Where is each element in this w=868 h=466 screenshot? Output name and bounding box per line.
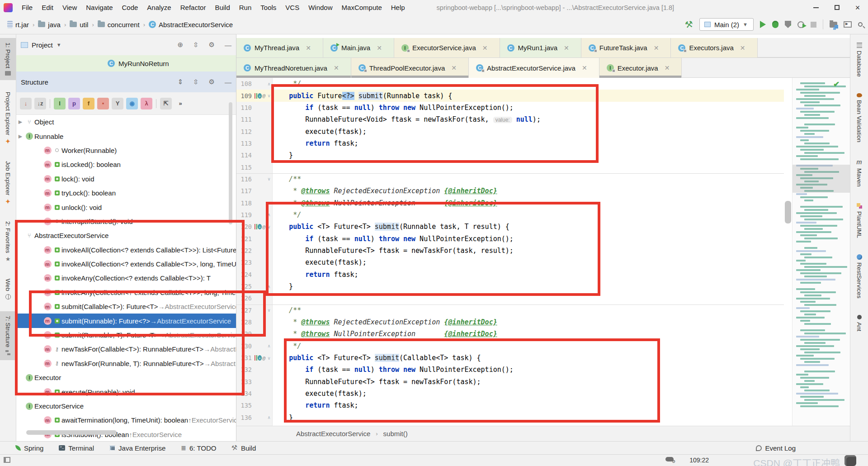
crumb-util[interactable]: util	[69, 20, 89, 29]
tool-window-button-maven[interactable]: mMaven	[856, 154, 863, 191]
crumb-AbstractExecutorService[interactable]: CAbstractExecutorService	[148, 20, 234, 29]
structure-node-lock[interactable]: mlock(): void	[16, 172, 236, 186]
breadcrumb-class[interactable]: AbstractExecutorService	[296, 430, 370, 437]
close-icon[interactable]: ✕	[377, 44, 382, 52]
crumb-rt.jar[interactable]: rt.jar	[6, 20, 30, 29]
structure-node-ExecutorService[interactable]: IExecutorService	[16, 399, 236, 413]
menu-code[interactable]: Code	[117, 0, 142, 15]
visibility-button[interactable]: Y	[112, 98, 123, 109]
tool-button-6-todo[interactable]: ≣6: TODO	[181, 444, 216, 452]
run-config-select[interactable]: Main (2) ▼	[699, 18, 754, 31]
close-button[interactable]: ×	[847, 0, 868, 15]
tool-window-button-project-explorer[interactable]: Project Explorer✦	[5, 87, 11, 149]
tool-window-button-7-structure[interactable]: 7: Structure	[0, 311, 16, 360]
locate-file-icon[interactable]: ⊕	[177, 41, 183, 49]
tab-ThreadPoolExecutor.java[interactable]: CThreadPoolExecutor.java✕	[351, 58, 469, 78]
close-icon[interactable]: ✕	[334, 64, 339, 71]
menu-tools[interactable]: Tools	[256, 0, 281, 15]
chevron-down-icon[interactable]: ▼	[57, 42, 61, 48]
sort-by-visibility-button[interactable]: ↓	[20, 98, 32, 109]
breadcrumb-method[interactable]: submit()	[383, 430, 408, 437]
fold-down-icon[interactable]: ∨	[265, 356, 273, 361]
tool-window-button-bean-validation[interactable]: Bean Validation	[856, 89, 863, 147]
structure-node-isLocked[interactable]: misLocked(): boolean	[16, 157, 236, 171]
close-icon[interactable]: ✕	[564, 44, 569, 52]
menu-help[interactable]: Help	[387, 0, 410, 15]
tool-button-build[interactable]: ⚒Build	[231, 444, 256, 452]
tool-window-button-2-favorites[interactable]: 2: Favorites★	[5, 217, 11, 267]
tab-MyRun1.java[interactable]: CMyRun1.java✕	[500, 38, 581, 57]
fold-down-icon[interactable]: ∨	[265, 176, 273, 181]
run-anything-icon[interactable]	[844, 21, 852, 28]
update-cloud-icon[interactable]	[665, 457, 674, 461]
run-button[interactable]	[760, 21, 766, 28]
menu-maxcompute[interactable]: MaxCompute	[337, 0, 387, 15]
close-icon[interactable]: ✕	[482, 44, 488, 52]
tab-MyThread.java[interactable]: CMyThread.java✕	[236, 38, 323, 57]
gear-icon[interactable]: ⚙	[209, 78, 215, 86]
code-line-117[interactable]: 117 * @throws RejectedExecutionException…	[236, 185, 784, 197]
tab-Main.java[interactable]: CMain.java✕	[323, 38, 394, 57]
menu-analyze[interactable]: Analyze	[142, 0, 175, 15]
more-button[interactable]: »	[175, 98, 186, 109]
show-non-public-button[interactable]: ▪	[97, 98, 109, 109]
tool-window-button-plantuml[interactable]: PlantUML	[856, 199, 863, 243]
menu-view[interactable]: View	[58, 0, 81, 15]
expand-arrow-icon[interactable]: ▶	[16, 133, 24, 139]
structure-panel-header[interactable]: Structure ⇕ ⇳ ⚙ —	[16, 71, 236, 92]
show-properties-button[interactable]: p	[68, 98, 80, 109]
structure-horizontal-scrollbar[interactable]	[26, 430, 117, 435]
show-anonymous-button[interactable]: ◉	[126, 98, 138, 109]
tool-window-button-ant[interactable]: Ant	[856, 310, 863, 336]
code-line-128[interactable]: 128 * @throws RejectedExecutionException…	[236, 316, 784, 328]
fold-up-icon[interactable]: ∧	[265, 415, 273, 420]
override-marker-icons[interactable]: ↓@	[255, 93, 265, 99]
caret-position[interactable]: 109:22	[689, 456, 709, 464]
fold-down-icon[interactable]: ∨	[265, 308, 273, 313]
tool-button-spring[interactable]: Spring	[15, 444, 43, 452]
tab-ExecutorService.java[interactable]: IExecutorService.java✕	[394, 38, 500, 57]
menu-edit[interactable]: Edit	[37, 0, 58, 15]
structure-node-unlock[interactable]: munlock(): void	[16, 200, 236, 214]
collapse-all-icon[interactable]: ⇳	[193, 41, 199, 49]
expand-all-icon[interactable]: ⇕	[177, 78, 183, 86]
close-icon[interactable]: ✕	[740, 44, 745, 52]
code-line-116[interactable]: 116∨ /**	[236, 173, 784, 185]
menu-window[interactable]: Window	[304, 0, 337, 15]
profiler-button[interactable]	[797, 21, 804, 28]
inspections-ok-icon[interactable]: ✔	[833, 80, 840, 89]
debug-button[interactable]	[772, 21, 778, 28]
menu-refactor[interactable]: Refactor	[176, 0, 211, 15]
maximize-button[interactable]	[826, 0, 847, 15]
show-fields-button[interactable]: f	[83, 98, 94, 109]
tool-window-button-database[interactable]: Database	[856, 38, 863, 81]
crumb-java[interactable]: java	[37, 20, 61, 29]
tab-MyThreadNoretuen.java[interactable]: CMyThreadNoretuen.java✕	[236, 58, 351, 78]
minimize-button[interactable]	[806, 0, 826, 15]
coverage-button[interactable]	[785, 21, 791, 28]
gear-icon[interactable]: ⚙	[209, 41, 215, 49]
structure-node-Object[interactable]: ▶⑂Object	[16, 115, 236, 129]
expand-arrow-icon[interactable]: ▶	[16, 119, 24, 125]
minimap[interactable]	[792, 78, 850, 426]
build-hammer-icon[interactable]: ⚒	[684, 19, 693, 30]
code-line-127[interactable]: 127∨ /**	[236, 304, 784, 316]
structure-node-Worker[interactable]: mWorker(Runnable)	[16, 143, 236, 157]
crumb-concurrent[interactable]: concurrent	[97, 20, 141, 29]
tool-button-terminal[interactable]: Terminal	[59, 444, 94, 452]
tool-window-button-job-explorer[interactable]: Job Explorer✦	[5, 157, 11, 209]
structure-node-Runnable[interactable]: ▶IRunnable	[16, 129, 236, 143]
tab-Executors.java[interactable]: CExecutors.java✕	[671, 38, 757, 57]
tool-window-button-1-project[interactable]: 1: Project	[0, 38, 16, 80]
tool-button-event-log[interactable]: Event Log	[756, 444, 796, 452]
code-line-115[interactable]: 115	[236, 161, 784, 173]
tool-button-java-enterprise[interactable]: Java Enterprise	[109, 444, 165, 452]
tool-window-button-web[interactable]: Web	[5, 274, 11, 304]
fold-up-icon[interactable]: ∧	[265, 343, 273, 348]
tab-AbstractExecutorService.java[interactable]: CAbstractExecutorService.java✕	[469, 58, 599, 78]
tool-windows-icon[interactable]	[4, 457, 10, 463]
scrollbar-thumb[interactable]	[785, 201, 791, 223]
close-icon[interactable]: ✕	[451, 64, 457, 71]
show-inherited-button[interactable]: I	[54, 98, 66, 109]
show-lambdas-button[interactable]: λ	[141, 98, 152, 109]
